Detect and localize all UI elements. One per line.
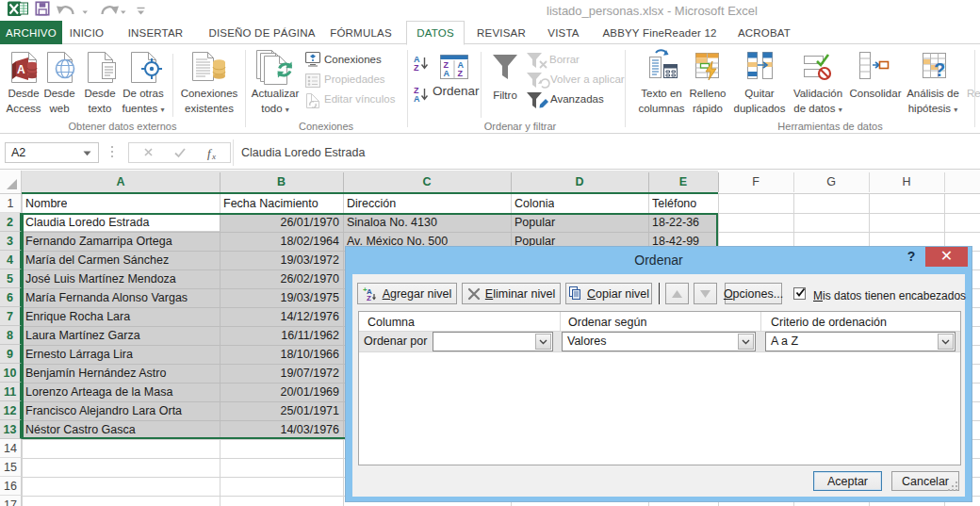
- svg-text:A: A: [17, 63, 25, 76]
- svg-text:?: ?: [934, 59, 945, 80]
- svg-text:A: A: [414, 94, 420, 104]
- svg-text:Z: Z: [414, 63, 419, 73]
- svg-text:x: x: [211, 152, 216, 161]
- svg-text:Z: Z: [367, 294, 371, 302]
- svg-text:A: A: [444, 69, 450, 78]
- svg-text:Z: Z: [458, 69, 464, 78]
